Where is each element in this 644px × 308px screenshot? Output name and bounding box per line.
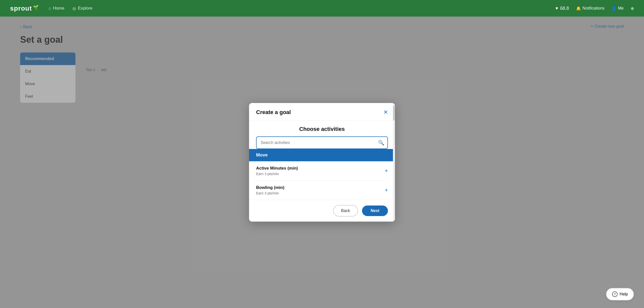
bell-icon: 🔔 <box>576 6 581 11</box>
plus-icon: ⊕ <box>631 6 634 11</box>
modal-next-button[interactable]: Next <box>362 206 388 216</box>
heart-icon: ♥ <box>555 6 558 11</box>
question-mark-icon: ? <box>614 292 616 296</box>
category-row-move: Move <box>249 149 395 161</box>
modal-body: Choose activities 🔍 Move Active Minutes … <box>249 121 395 200</box>
nav-home[interactable]: ⌂ Home <box>49 6 64 11</box>
activity-info: Bowling (min) Earn 3 pts/min <box>256 185 284 195</box>
nav-explore-label: Explore <box>78 6 93 11</box>
logo-text: sprout <box>10 5 32 12</box>
add-button[interactable]: ⊕ <box>631 6 634 11</box>
modal-title: Create a goal <box>256 109 291 116</box>
nav-home-label: Home <box>53 6 64 11</box>
search-wrapper: 🔍 <box>256 136 388 149</box>
help-circle-icon: ? <box>612 291 618 297</box>
logo[interactable]: sprout 🌱 <box>10 5 38 12</box>
activity-row-active-minutes: Active Minutes (min) Earn 3 pts/min + <box>256 161 388 181</box>
modal-back-button[interactable]: Back <box>333 205 358 217</box>
nav-explore[interactable]: ◎ Explore <box>72 6 93 11</box>
me-label: Me <box>618 6 624 11</box>
score-value: 68.8 <box>560 6 569 11</box>
me-button[interactable]: 👤 Me <box>612 6 624 11</box>
search-icon[interactable]: 🔍 <box>378 140 384 146</box>
explore-icon: ◎ <box>72 6 76 11</box>
activity-pts: Earn 3 pts/min <box>256 191 284 195</box>
activity-info: Active Minutes (min) Earn 3 pts/min <box>256 166 298 176</box>
activity-add-button-bowling[interactable]: + <box>385 187 388 193</box>
modal-header: Create a goal ✕ <box>249 103 395 121</box>
scrollbar-thumb <box>393 106 395 121</box>
logo-leaf-icon: 🌱 <box>33 5 38 10</box>
home-icon: ⌂ <box>49 6 51 11</box>
choose-activities-heading: Choose activities <box>256 121 388 136</box>
help-label: Help <box>620 292 628 296</box>
create-goal-modal: Create a goal ✕ Choose activities 🔍 Move… <box>249 103 395 222</box>
activity-name: Bowling (min) <box>256 185 284 190</box>
notifications-label: Notifications <box>583 6 605 11</box>
user-icon: 👤 <box>612 6 617 11</box>
modal-scrollbar[interactable] <box>393 103 395 222</box>
header-right: ♥ 68.8 🔔 Notifications 👤 Me ⊕ <box>555 6 634 11</box>
help-button[interactable]: ? Help <box>606 288 634 300</box>
category-label: Move <box>256 152 268 158</box>
activity-row-bowling: Bowling (min) Earn 3 pts/min + <box>256 181 388 200</box>
score-display: ♥ 68.8 <box>555 6 569 11</box>
activity-name: Active Minutes (min) <box>256 166 298 171</box>
activity-pts: Earn 3 pts/min <box>256 172 298 176</box>
activity-add-button-active-minutes[interactable]: + <box>385 168 388 174</box>
header: sprout 🌱 ⌂ Home ◎ Explore ♥ 68.8 🔔 Notif… <box>0 0 644 17</box>
notifications-button[interactable]: 🔔 Notifications <box>576 6 605 11</box>
main-nav: ⌂ Home ◎ Explore <box>49 6 555 11</box>
modal-overlay: Create a goal ✕ Choose activities 🔍 Move… <box>0 17 644 308</box>
modal-close-button[interactable]: ✕ <box>383 110 388 115</box>
modal-footer: Back Next <box>249 200 395 222</box>
search-activities-input[interactable] <box>256 136 388 149</box>
